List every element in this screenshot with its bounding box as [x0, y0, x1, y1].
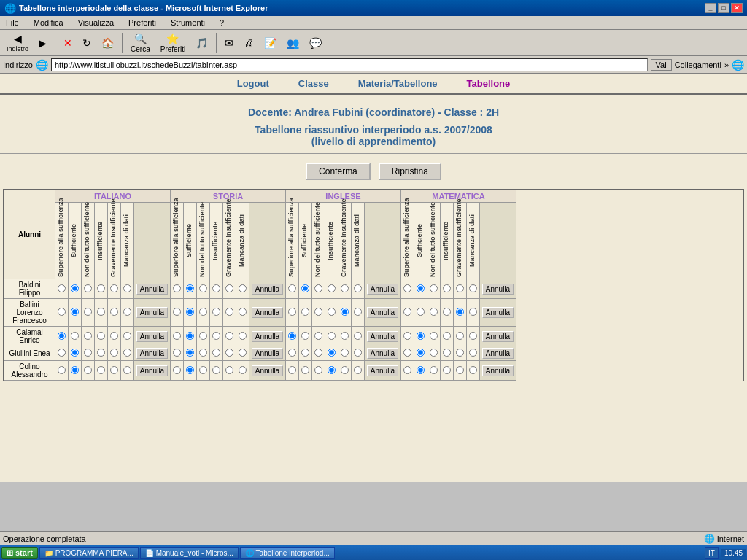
italiano-radio-input-0-student-2[interactable] [58, 332, 66, 340]
inglese-radio-input-4-student-3[interactable] [341, 349, 349, 357]
inglese-radio-input-4-student-4[interactable] [341, 366, 349, 374]
italiano-radio-0-student-0[interactable] [55, 279, 69, 299]
italiano-annulla-0[interactable]: Annulla [134, 279, 171, 299]
storia-radio-3-student-0[interactable] [210, 279, 223, 299]
matematica-radio-input-0-student-4[interactable] [403, 366, 411, 374]
matematica-radio-input-4-student-4[interactable] [456, 366, 464, 374]
storia-radio-input-1-student-0[interactable] [186, 284, 194, 292]
inglese-radio-input-5-student-0[interactable] [354, 284, 362, 292]
italiano-radio-0-student-4[interactable] [55, 361, 69, 381]
italiano-radio-2-student-3[interactable] [82, 346, 95, 361]
italiano-radio-input-1-student-2[interactable] [71, 332, 79, 340]
inglese-annulla-button-3[interactable]: Annulla [367, 348, 398, 359]
italiano-radio-0-student-3[interactable] [55, 346, 69, 361]
italiano-radio-input-0-student-4[interactable] [58, 366, 66, 374]
inglese-radio-5-student-2[interactable] [352, 327, 365, 346]
italiano-radio-input-3-student-3[interactable] [97, 349, 105, 357]
inglese-radio-5-student-3[interactable] [352, 346, 365, 361]
italiano-radio-0-student-2[interactable] [55, 327, 69, 346]
matematica-radio-input-4-student-1[interactable] [456, 308, 464, 316]
italiano-radio-1-student-0[interactable] [69, 279, 82, 299]
italiano-radio-4-student-2[interactable] [108, 327, 121, 346]
inglese-radio-3-student-3[interactable] [325, 346, 338, 361]
matematica-radio-5-student-0[interactable] [467, 279, 480, 299]
matematica-radio-input-4-student-3[interactable] [456, 349, 464, 357]
italiano-radio-input-3-student-0[interactable] [97, 284, 105, 292]
mail-button[interactable]: ✉ [221, 35, 237, 51]
matematica-radio-2-student-1[interactable] [427, 299, 441, 327]
inglese-annulla-2[interactable]: Annulla [365, 327, 401, 346]
italiano-radio-5-student-0[interactable] [121, 279, 134, 299]
italiano-radio-input-3-student-4[interactable] [97, 366, 105, 374]
italiano-annulla-3[interactable]: Annulla [134, 346, 171, 361]
matematica-radio-input-5-student-2[interactable] [469, 332, 477, 340]
italiano-radio-input-0-student-3[interactable] [58, 349, 66, 357]
forward-button[interactable]: ▶ [35, 35, 50, 51]
search-button[interactable]: 🔍 Cerca [127, 31, 154, 55]
inglese-radio-0-student-2[interactable] [286, 327, 299, 346]
inglese-annulla-3[interactable]: Annulla [365, 346, 401, 361]
italiano-radio-3-student-1[interactable] [95, 299, 108, 327]
matematica-radio-3-student-0[interactable] [441, 279, 454, 299]
storia-radio-input-3-student-0[interactable] [212, 284, 220, 292]
storia-radio-input-5-student-0[interactable] [239, 284, 247, 292]
storia-radio-5-student-2[interactable] [236, 327, 249, 346]
matematica-annulla-1[interactable]: Annulla [480, 299, 516, 327]
matematica-annulla-4[interactable]: Annulla [480, 361, 516, 381]
storia-radio-input-1-student-3[interactable] [186, 349, 194, 357]
matematica-radio-4-student-3[interactable] [454, 346, 467, 361]
italiano-radio-input-5-student-2[interactable] [123, 332, 131, 340]
matematica-radio-input-5-student-4[interactable] [469, 366, 477, 374]
storia-radio-3-student-3[interactable] [210, 346, 223, 361]
storia-radio-3-student-1[interactable] [210, 299, 223, 327]
menu-preferiti[interactable]: Preferiti [125, 18, 159, 28]
storia-radio-2-student-0[interactable] [197, 279, 210, 299]
inglese-radio-input-5-student-4[interactable] [354, 366, 362, 374]
inglese-radio-input-4-student-1[interactable] [341, 308, 349, 316]
inglese-radio-input-0-student-2[interactable] [288, 332, 296, 340]
matematica-radio-1-student-0[interactable] [414, 279, 427, 299]
nav-logout[interactable]: Logout [237, 78, 269, 89]
italiano-radio-input-2-student-2[interactable] [84, 332, 92, 340]
matematica-annulla-button-0[interactable]: Annulla [482, 284, 514, 295]
italiano-radio-5-student-4[interactable] [121, 361, 134, 381]
inglese-annulla-button-0[interactable]: Annulla [367, 284, 398, 295]
inglese-radio-input-0-student-3[interactable] [288, 349, 296, 357]
matematica-radio-3-student-2[interactable] [441, 327, 454, 346]
storia-radio-input-3-student-2[interactable] [212, 332, 220, 340]
storia-radio-input-4-student-4[interactable] [225, 366, 233, 374]
inglese-radio-5-student-4[interactable] [352, 361, 365, 381]
matematica-radio-0-student-0[interactable] [401, 279, 414, 299]
storia-annulla-4[interactable]: Annulla [249, 361, 286, 381]
matematica-radio-1-student-4[interactable] [414, 361, 427, 381]
inglese-radio-input-3-student-0[interactable] [328, 284, 336, 292]
inglese-radio-4-student-1[interactable] [338, 299, 352, 327]
italiano-radio-1-student-3[interactable] [69, 346, 82, 361]
inglese-radio-input-4-student-0[interactable] [341, 284, 349, 292]
italiano-radio-input-5-student-1[interactable] [123, 308, 131, 316]
inglese-annulla-button-4[interactable]: Annulla [367, 365, 398, 376]
matematica-radio-4-student-0[interactable] [454, 279, 467, 299]
inglese-radio-1-student-1[interactable] [299, 299, 312, 327]
address-input[interactable] [51, 58, 648, 71]
inglese-annulla-1[interactable]: Annulla [365, 299, 401, 327]
matematica-radio-input-1-student-3[interactable] [417, 349, 425, 357]
inglese-radio-input-0-student-1[interactable] [288, 308, 296, 316]
storia-radio-4-student-0[interactable] [223, 279, 236, 299]
matematica-radio-3-student-3[interactable] [441, 346, 454, 361]
storia-radio-5-student-1[interactable] [236, 299, 249, 327]
matematica-radio-input-1-student-0[interactable] [417, 284, 425, 292]
italiano-radio-2-student-0[interactable] [82, 279, 95, 299]
storia-radio-input-5-student-2[interactable] [239, 332, 247, 340]
inglese-radio-input-5-student-3[interactable] [354, 349, 362, 357]
italiano-radio-4-student-0[interactable] [108, 279, 121, 299]
italiano-radio-3-student-4[interactable] [95, 361, 108, 381]
inglese-radio-1-student-4[interactable] [299, 361, 312, 381]
storia-radio-input-4-student-3[interactable] [225, 349, 233, 357]
storia-radio-1-student-2[interactable] [184, 327, 197, 346]
storia-radio-input-1-student-1[interactable] [186, 308, 194, 316]
italiano-radio-2-student-4[interactable] [82, 361, 95, 381]
storia-radio-input-2-student-3[interactable] [199, 349, 207, 357]
storia-radio-5-student-0[interactable] [236, 279, 249, 299]
matematica-annulla-2[interactable]: Annulla [480, 327, 516, 346]
